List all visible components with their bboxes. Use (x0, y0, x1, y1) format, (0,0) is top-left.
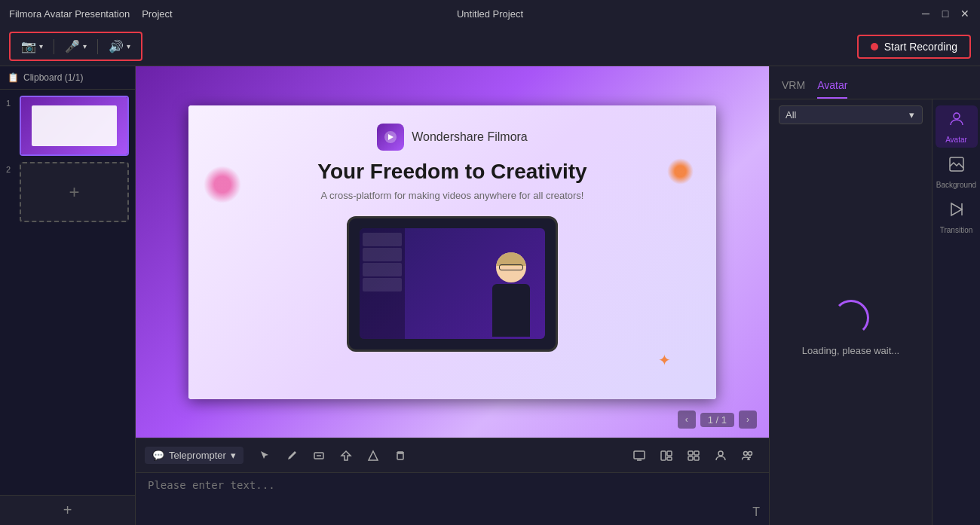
teleprompter-chat-icon: 💬 (152, 450, 164, 461)
add-slide-button[interactable]: + (0, 495, 135, 525)
window-title: Untitled Project (457, 8, 523, 20)
avatar-icon (948, 110, 966, 133)
speaker-icon: 🔊 (109, 39, 124, 53)
decoration-star: ✦ (658, 351, 671, 369)
mockup-sidebar (360, 228, 405, 340)
arrow-tool-button[interactable] (334, 444, 358, 468)
main-layout: 📋 Clipboard (1/1) 1 2 + + (0, 66, 980, 525)
speaker-button[interactable]: 🔊 ▾ (104, 36, 135, 56)
svg-rect-6 (634, 451, 645, 459)
screen-share-button[interactable] (627, 444, 651, 468)
mic-button[interactable]: 🎤 ▾ (60, 36, 91, 56)
slides-header: 📋 Clipboard (1/1) (0, 66, 135, 90)
text-format-button[interactable]: T (752, 505, 760, 519)
pen-tool-button[interactable] (280, 444, 304, 468)
page-nav: ‹ 1 / 1 › (678, 411, 757, 429)
slides-list: 1 2 + (0, 90, 135, 495)
svg-rect-10 (667, 457, 672, 460)
slide-thumbnail-1[interactable] (20, 96, 129, 156)
teleprompter-input[interactable] (148, 479, 757, 515)
avatar-figure (485, 252, 537, 339)
page-indicator: 1 / 1 (700, 413, 734, 427)
app-title: Filmora Avatar Presentation (9, 8, 130, 20)
slide-canvas: Wondershare Filmora Your Freedom to Crea… (188, 105, 716, 399)
grid-button[interactable] (681, 444, 706, 468)
right-panel-tabs: VRM Avatar (770, 66, 980, 99)
teleprompter-chevron-icon: ▾ (231, 450, 236, 461)
slide-white-box-1 (32, 105, 117, 145)
right-icon-background[interactable]: Background (936, 151, 978, 193)
svg-rect-5 (397, 453, 403, 459)
speaker-chevron-icon: ▾ (127, 42, 130, 50)
canvas-wrapper: Wondershare Filmora Your Freedom to Crea… (136, 66, 769, 438)
transition-icon-label: Transition (940, 226, 973, 234)
group-button[interactable] (736, 444, 760, 468)
minimize-button[interactable]: ─ (920, 8, 932, 20)
teleprompter-button[interactable]: 💬 Teleprompter ▾ (145, 447, 243, 464)
maximize-button[interactable]: □ (939, 8, 951, 20)
prev-page-button[interactable]: ‹ (678, 411, 696, 429)
avatar-glasses (499, 264, 523, 270)
bottom-right-tools (627, 444, 760, 468)
camera-icon: 📷 (21, 39, 36, 53)
clipboard-label: Clipboard (1/1) (23, 72, 83, 83)
delete-tool-button[interactable] (388, 444, 412, 468)
person-button[interactable] (709, 444, 733, 468)
mockup-content (405, 228, 546, 340)
canvas-area: Wondershare Filmora Your Freedom to Crea… (136, 66, 769, 525)
start-recording-button[interactable]: Start Recording (857, 35, 971, 59)
teleprompter-area: T (136, 472, 769, 525)
slide-thumbnail-2[interactable]: + (20, 162, 129, 222)
decoration-circle-orange (667, 158, 694, 185)
toolbar-divider-1 (54, 39, 54, 54)
menu-project[interactable]: Project (142, 8, 172, 20)
slides-panel: 📋 Clipboard (1/1) 1 2 + + (0, 66, 136, 525)
slide-sub-title: A cross-platform for making videos anywh… (321, 190, 584, 201)
record-dot-icon (871, 43, 878, 50)
cursor-tool-button[interactable] (253, 444, 277, 468)
teleprompter-label: Teleprompter (169, 450, 226, 461)
main-toolbar: 📷 ▾ 🎤 ▾ 🔊 ▾ Start Recording (0, 27, 980, 66)
svg-rect-9 (667, 451, 672, 456)
svg-rect-13 (688, 456, 693, 460)
slide-item-1: 1 (6, 96, 129, 156)
right-icon-avatar[interactable]: Avatar (936, 105, 978, 148)
right-icon-transition[interactable]: Transition (936, 196, 978, 238)
close-button[interactable]: ✕ (959, 8, 971, 20)
mockup-sidebar-item-3 (363, 263, 402, 276)
tab-vrm[interactable]: VRM (782, 73, 805, 99)
shape-tool-button[interactable] (361, 444, 385, 468)
svg-rect-14 (694, 456, 699, 460)
svg-point-18 (954, 113, 960, 119)
mic-chevron-icon: ▾ (83, 42, 87, 50)
next-page-button[interactable]: › (739, 411, 757, 429)
decoration-circle-pink (204, 166, 241, 203)
filmora-logo-area: Wondershare Filmora (377, 124, 528, 151)
slide-item-2: 2 + (6, 162, 129, 222)
svg-rect-11 (688, 451, 693, 455)
filmora-logo-icon (377, 124, 404, 151)
mockup-sidebar-item-2 (363, 248, 402, 261)
bottom-toolbar: 💬 Teleprompter ▾ (136, 438, 769, 472)
window-controls: ─ □ ✕ (920, 8, 971, 20)
dropdown-value: All (786, 109, 796, 121)
background-icon-label: Background (936, 181, 976, 189)
camera-chevron-icon: ▾ (39, 42, 43, 50)
slide-content: Wondershare Filmora Your Freedom to Crea… (188, 105, 716, 399)
media-controls-group: 📷 ▾ 🎤 ▾ 🔊 ▾ (9, 32, 142, 61)
layout-button[interactable] (654, 444, 678, 468)
svg-marker-4 (369, 451, 378, 460)
clipboard-icon: 📋 (8, 72, 19, 83)
category-dropdown[interactable]: All ▾ (779, 105, 923, 124)
loading-text: Loading, please wait... (802, 345, 899, 356)
tab-avatar[interactable]: Avatar (817, 73, 847, 99)
svg-point-17 (749, 451, 752, 455)
svg-marker-20 (951, 203, 962, 215)
add-slide-plus-icon: + (63, 502, 72, 519)
record-label: Start Recording (884, 41, 957, 53)
title-bar: Filmora Avatar Presentation Project Unti… (0, 0, 980, 27)
right-panel-content: All ▾ Loading, please wait... (770, 99, 980, 525)
camera-button[interactable]: 📷 ▾ (17, 36, 47, 56)
svg-point-16 (744, 451, 748, 455)
text-box-tool-button[interactable] (307, 444, 331, 468)
